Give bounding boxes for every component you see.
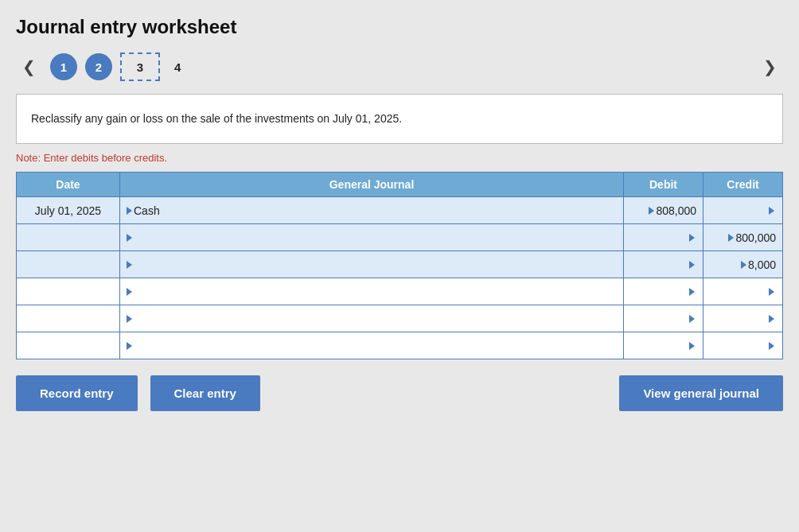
account-cell[interactable] — [120, 332, 624, 359]
journal-table: Date General Journal Debit Credit July 0… — [16, 172, 783, 359]
col-header-date: Date — [17, 173, 120, 197]
row-indicator-icon — [127, 342, 132, 350]
row-indicator-icon — [127, 207, 132, 215]
page-title: Journal entry worksheet — [16, 16, 783, 38]
step-1[interactable]: 1 — [50, 53, 77, 80]
credit-cell[interactable] — [704, 278, 783, 305]
row-indicator-icon — [127, 288, 132, 296]
row-indicator-icon — [127, 234, 132, 242]
col-header-credit: Credit — [704, 173, 783, 197]
note-text: Note: Enter debits before credits. — [16, 152, 783, 164]
date-cell[interactable] — [17, 224, 120, 251]
debit-cell[interactable]: 808,000 — [624, 197, 704, 224]
account-cell[interactable] — [120, 278, 624, 305]
date-cell[interactable] — [17, 332, 120, 359]
account-cell[interactable]: Cash — [120, 197, 624, 224]
row-indicator-icon — [127, 261, 132, 269]
debit-cell[interactable] — [624, 332, 704, 359]
table-row: 800,000 — [17, 224, 783, 251]
debit-indicator-icon — [689, 234, 695, 242]
debit-cell[interactable] — [624, 278, 704, 305]
clear-entry-button[interactable]: Clear entry — [150, 375, 260, 411]
debit-indicator-icon — [689, 315, 695, 323]
credit-cell[interactable]: 8,000 — [704, 251, 783, 278]
debit-indicator-icon — [689, 261, 695, 269]
credit-cell[interactable] — [704, 305, 783, 332]
credit-indicator-icon — [769, 207, 774, 215]
prev-arrow[interactable]: ❮ — [16, 56, 42, 78]
row-indicator-icon — [127, 315, 132, 323]
table-row: 8,000 — [17, 251, 783, 278]
step-4[interactable]: 4 — [168, 59, 187, 76]
debit-cell[interactable] — [624, 251, 704, 278]
view-general-journal-button[interactable]: View general journal — [619, 375, 783, 411]
credit-indicator-icon — [741, 261, 746, 269]
account-cell[interactable] — [120, 224, 624, 251]
table-row — [17, 332, 783, 359]
credit-cell[interactable]: 800,000 — [704, 224, 783, 251]
debit-cell[interactable] — [624, 224, 704, 251]
account-cell[interactable] — [120, 305, 624, 332]
table-row: July 01, 2025Cash808,000 — [17, 197, 783, 224]
date-cell[interactable] — [17, 305, 120, 332]
date-cell[interactable] — [17, 278, 120, 305]
next-arrow[interactable]: ❯ — [757, 56, 783, 78]
record-entry-button[interactable]: Record entry — [16, 375, 138, 411]
button-row: Record entry Clear entry View general jo… — [16, 375, 783, 411]
credit-indicator-icon — [769, 315, 774, 323]
debit-indicator-icon — [689, 288, 695, 296]
credit-indicator-icon — [728, 234, 734, 242]
debit-indicator-icon — [649, 207, 654, 215]
credit-cell[interactable] — [704, 332, 783, 359]
date-cell[interactable] — [17, 251, 120, 278]
step-2[interactable]: 2 — [85, 53, 112, 80]
table-row — [17, 278, 783, 305]
step-3-active[interactable]: 3 — [120, 52, 160, 81]
debit-indicator-icon — [689, 342, 695, 350]
date-cell[interactable]: July 01, 2025 — [17, 197, 120, 224]
step-navigation: ❮ 1 2 3 4 ❯ — [16, 52, 783, 81]
credit-indicator-icon — [769, 288, 774, 296]
credit-indicator-icon — [769, 342, 774, 350]
table-row — [17, 305, 783, 332]
instruction-text: Reclassify any gain or loss on the sale … — [31, 112, 402, 125]
account-cell[interactable] — [120, 251, 624, 278]
instruction-box: Reclassify any gain or loss on the sale … — [16, 94, 783, 144]
debit-cell[interactable] — [624, 305, 704, 332]
credit-cell[interactable] — [704, 197, 783, 224]
col-header-general-journal: General Journal — [120, 173, 624, 197]
col-header-debit: Debit — [624, 173, 704, 197]
